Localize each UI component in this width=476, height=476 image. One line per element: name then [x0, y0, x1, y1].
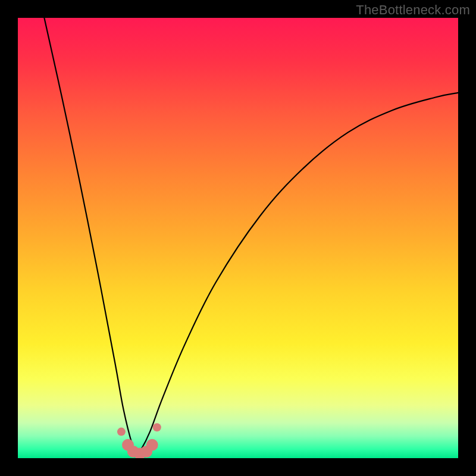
bottleneck-curve-path: [44, 18, 458, 454]
chart-plot-area: [18, 18, 458, 458]
curve-marker: [146, 439, 158, 451]
curve-markers-group: [117, 423, 161, 458]
watermark-text: TheBottleneck.com: [356, 2, 470, 18]
curve-marker: [117, 428, 126, 436]
bottleneck-curve-svg: [18, 18, 458, 458]
curve-marker: [153, 423, 161, 431]
